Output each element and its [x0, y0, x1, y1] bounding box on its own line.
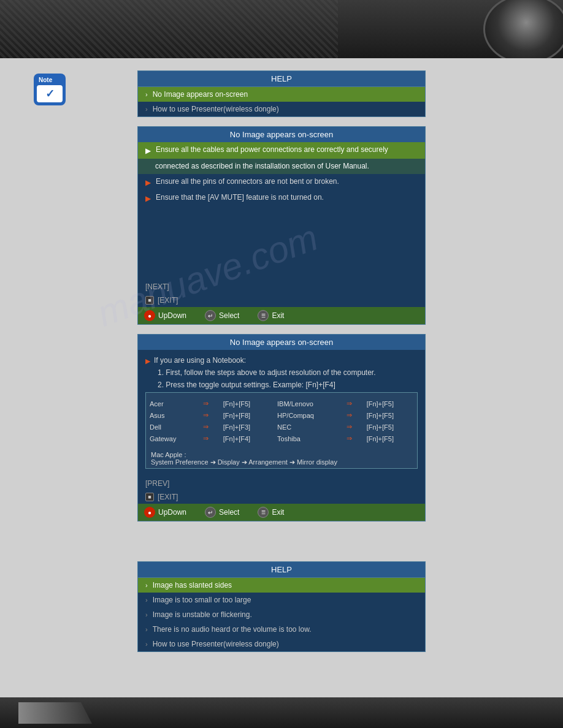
- select-icon-2: ↵: [205, 507, 216, 518]
- exit-btn-1[interactable]: ☰ Exit: [258, 310, 284, 321]
- arrow-icon-unstable: ›: [145, 611, 148, 618]
- toggle-table: Acer ⇒ [Fn]+[F5] IBM/Lenovo ⇒ [Fn]+[F5] …: [146, 398, 417, 444]
- select-label-2: Select: [219, 508, 239, 517]
- lens-graphic: [483, 0, 563, 58]
- arrow-icon-audio: ›: [145, 626, 148, 633]
- help-item-presenter[interactable]: › How to use Presenter(wireless dongle): [138, 102, 425, 116]
- detail-item-continuation: connected as described in the installati…: [138, 159, 425, 174]
- detail-item-highlighted-text: Ensure all the cables and power connecti…: [156, 145, 388, 155]
- detail-item-avmute: ▶ Ensure that the [AV MUTE] feature is n…: [138, 190, 425, 207]
- nav-next-label: [NEXT]: [145, 282, 169, 291]
- menu-icon-1: ☰: [258, 310, 269, 321]
- table-row: Asus ⇒ [Fn]+[F8] HP/Compaq ⇒ [Fn]+[F5]: [146, 409, 417, 421]
- help2-item-unstable-label: Image is unstable or flickering.: [153, 610, 252, 619]
- arrow-acer: ⇒: [199, 398, 220, 409]
- menu-icon-2: ☰: [258, 507, 269, 518]
- detail-panel-1: No Image appears on-screen ▶ Ensure all …: [137, 126, 426, 325]
- toggle-table-container: Acer ⇒ [Fn]+[F5] IBM/Lenovo ⇒ [Fn]+[F5] …: [145, 392, 418, 469]
- help-panel-1-title: HELP: [138, 71, 425, 87]
- help-panel-2: HELP › Image has slanted sides › Image i…: [137, 561, 426, 652]
- brand-acer: Acer: [146, 398, 199, 409]
- nav-exit-1-label: [EXIT]: [158, 296, 178, 305]
- notebook-body: ▶ If you are using a Notebook: 1. First,…: [138, 350, 425, 477]
- step2-text: 2. Press the toggle output settings. Exa…: [158, 381, 335, 389]
- arrow-icon: ›: [145, 105, 148, 113]
- help-panel-2-title: HELP: [138, 562, 425, 578]
- arrow-ibm: ⇒: [343, 398, 363, 409]
- nb-arrow-icon: ▶: [145, 357, 150, 365]
- table-row: Acer ⇒ [Fn]+[F5] IBM/Lenovo ⇒ [Fn]+[F5]: [146, 398, 417, 409]
- nav-next: [NEXT]: [138, 280, 425, 294]
- brand-gateway: Gateway: [146, 433, 199, 444]
- help2-item-size[interactable]: › Image is too small or too large: [138, 593, 425, 607]
- step2: 2. Press the toggle output settings. Exa…: [145, 381, 418, 389]
- select-btn-2[interactable]: ↵ Select: [205, 507, 239, 518]
- notebook-panel-title: No Image appears on-screen: [138, 335, 425, 350]
- help-panel-1: HELP › No Image appears on-screen › How …: [137, 70, 426, 117]
- nav-exit-2-label: [EXIT]: [158, 493, 178, 501]
- table-row: Dell ⇒ [Fn]+[F3] NEC ⇒ [Fn]+[F5]: [146, 421, 417, 433]
- key-ibm: [Fn]+[F5]: [363, 398, 417, 409]
- mac-section: Mac Apple : System Preference ➔ Display …: [146, 449, 417, 468]
- arrow-toshiba: ⇒: [343, 433, 363, 444]
- notebook-panel: No Image appears on-screen ▶ If you are …: [137, 334, 426, 521]
- note-icon: Note ✓: [34, 74, 67, 107]
- brand-dell: Dell: [146, 421, 199, 433]
- help2-item-presenter[interactable]: › How to use Presenter(wireless dongle): [138, 637, 425, 651]
- key-gateway: [Fn]+[F4]: [220, 433, 274, 444]
- bottom-bar: [0, 697, 563, 728]
- arrow-nec: ⇒: [343, 421, 363, 433]
- nav-prev-label: [PREV]: [145, 479, 169, 488]
- select-label-1: Select: [219, 311, 239, 320]
- key-acer: [Fn]+[F5]: [220, 398, 274, 409]
- exit-label-1: Exit: [272, 311, 284, 320]
- updown-btn-1: ● UpDown: [144, 310, 186, 321]
- help2-item-audio[interactable]: › There is no audio heard or the volume …: [138, 622, 425, 637]
- exit-btn-2[interactable]: ☰ Exit: [258, 507, 284, 518]
- highlight-arrow-icon: ▶: [145, 146, 151, 156]
- notebook-intro: ▶ If you are using a Notebook:: [145, 355, 418, 366]
- nav-exit-1: ■ [EXIT]: [138, 294, 425, 307]
- updown-icon-1: ●: [144, 310, 155, 321]
- table-row: Gateway ⇒ [Fn]+[F4] Toshiba ⇒ [Fn]+[F5]: [146, 433, 417, 444]
- arrow-icon-size: ›: [145, 596, 148, 604]
- detail-item-avmute-text: Ensure that the [AV MUTE] feature is not…: [156, 192, 324, 203]
- notebook-intro-text: If you are using a Notebook:: [154, 356, 246, 365]
- arrow-gateway: ⇒: [199, 433, 220, 444]
- header-pattern: [0, 0, 338, 58]
- help-item-no-image[interactable]: › No Image appears on-screen: [138, 87, 425, 102]
- updown-label-2: UpDown: [158, 508, 186, 517]
- key-nec: [Fn]+[F5]: [363, 421, 417, 433]
- help2-item-slanted-label: Image has slanted sides: [153, 581, 232, 590]
- updown-btn-2: ● UpDown: [144, 507, 186, 518]
- step1: 1. First, follow the steps above to adju…: [145, 368, 418, 377]
- detail-item-highlighted[interactable]: ▶ Ensure all the cables and power connec…: [138, 142, 425, 159]
- brand-asus: Asus: [146, 409, 199, 421]
- arrow-dell: ⇒: [199, 421, 220, 433]
- help2-item-unstable[interactable]: › Image is unstable or flickering.: [138, 607, 425, 622]
- selected-arrow-icon-2: ›: [145, 582, 148, 589]
- top-bar: [0, 0, 563, 58]
- nav-exit-2: ■ [EXIT]: [138, 490, 425, 504]
- bottom-nav-bar-1: ● UpDown ↵ Select ☰ Exit: [138, 307, 425, 324]
- arrow-icon-presenter: ›: [145, 640, 148, 648]
- detail-panel-1-title: No Image appears on-screen: [138, 127, 425, 142]
- detail-body: [138, 207, 425, 280]
- help2-item-slanted[interactable]: › Image has slanted sides: [138, 578, 425, 593]
- step1-text: 1. First, follow the steps above to adju…: [158, 368, 376, 377]
- nav-prev: [PREV]: [138, 477, 425, 490]
- detail-item-pins: ▶ Ensure all the pins of connectors are …: [138, 174, 425, 191]
- brand-nec: NEC: [274, 421, 343, 433]
- detail-item-pins-text: Ensure all the pins of connectors are no…: [156, 176, 339, 187]
- note-label: Note: [39, 77, 52, 83]
- exit-icon-1: ■: [145, 296, 154, 305]
- exit-icon-2: ■: [145, 493, 154, 501]
- bottom-bar-shape: [18, 702, 92, 724]
- exit-label-2: Exit: [272, 508, 284, 517]
- select-btn-1[interactable]: ↵ Select: [205, 310, 239, 321]
- bottom-nav-bar-2: ● UpDown ↵ Select ☰ Exit: [138, 504, 425, 521]
- selected-arrow-icon: ›: [145, 91, 148, 98]
- detail-continuation-text: connected as described in the installati…: [155, 161, 369, 172]
- key-toshiba: [Fn]+[F5]: [363, 433, 417, 444]
- key-asus: [Fn]+[F8]: [220, 409, 274, 421]
